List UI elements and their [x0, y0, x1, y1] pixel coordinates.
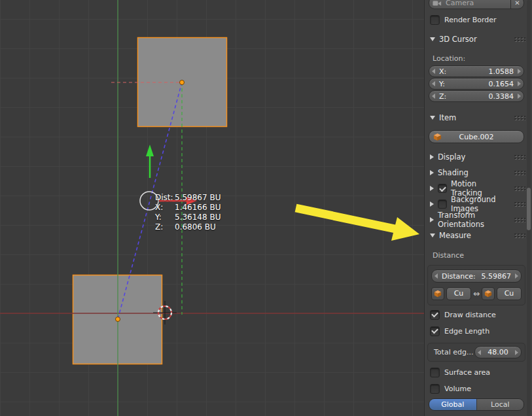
camera-icon	[433, 0, 442, 7]
panel-grip-icon[interactable]	[514, 154, 525, 160]
camera-object-field[interactable]: Camera ✕	[429, 0, 524, 9]
draw-distance-checkbox[interactable]	[430, 310, 440, 320]
panel-header-measure[interactable]: Measure	[430, 230, 525, 241]
field-value: 0.1654	[489, 80, 514, 88]
readout-label: Z:	[155, 222, 175, 232]
blender-window: Dist: 5.59867 BU X: 1.46166 BU Y: 5.3614…	[0, 0, 532, 416]
decrement-arrow-icon[interactable]	[432, 94, 435, 99]
object-name-field[interactable]: Cube.002	[429, 130, 524, 143]
cube-icon[interactable]	[431, 287, 444, 300]
check-icon	[431, 327, 438, 334]
readout-label: Dist:	[155, 193, 175, 203]
panel-header-transform-orientations[interactable]: Transform Orientations	[430, 215, 525, 225]
cube-icon	[433, 133, 442, 141]
global-local-toggle: Global Local	[429, 398, 524, 411]
measure-target-a-field[interactable]: Cu	[446, 287, 471, 300]
clear-camera-button[interactable]: ✕	[510, 0, 523, 9]
surface-area-row[interactable]: Surface area	[430, 368, 525, 377]
readout-x-row: X: 1.46166 BU	[155, 203, 221, 213]
edge-length-checkbox[interactable]	[430, 326, 440, 336]
object-name-value: Cube.002	[459, 133, 494, 141]
panel-header-3d-cursor[interactable]: 3D Cursor	[430, 34, 525, 44]
panel-title-shading: Shading	[438, 168, 469, 177]
readout-z-row: Z: 0.6806 BU	[155, 222, 221, 232]
total-edge-group: Total edg... 48.00	[427, 343, 525, 362]
distance-slider[interactable]: Distance: 5.59867	[431, 269, 522, 283]
panel-grip-icon[interactable]	[514, 170, 525, 175]
increment-arrow-icon[interactable]	[518, 94, 521, 99]
panel-title-display: Display	[438, 152, 465, 162]
cursor-y-field[interactable]: Y: 0.1654	[429, 78, 524, 90]
sidebar-scrollbar-thumb[interactable]	[527, 188, 531, 230]
check-icon	[439, 184, 446, 192]
surface-area-checkbox[interactable]	[430, 368, 440, 377]
decrement-arrow-icon[interactable]	[432, 69, 435, 74]
global-button[interactable]: Global	[429, 399, 476, 410]
panel-grip-icon[interactable]	[514, 201, 525, 207]
draw-distance-label: Draw distance	[444, 311, 496, 319]
total-edge-label: Total edg...	[434, 348, 473, 356]
field-label: Y:	[439, 80, 445, 88]
panel-header-motion-tracking[interactable]: Motion Tracking	[430, 183, 525, 194]
properties-sidebar: Camera ✕ Render Border 3D Cursor Locatio…	[424, 0, 532, 416]
volume-row[interactable]: Volume	[430, 384, 525, 393]
increment-arrow-icon[interactable]	[518, 69, 521, 74]
origin-dot-top-cube[interactable]	[180, 80, 185, 85]
surface-area-label: Surface area	[444, 368, 490, 377]
location-label: Location:	[433, 54, 528, 63]
readout-dist-row: Dist: 5.59867 BU	[155, 193, 221, 203]
panel-grip-icon[interactable]	[514, 217, 525, 222]
distance-group: Distance: 5.59867 Cu ⇔ Cu	[427, 265, 525, 305]
collapse-arrow-icon	[430, 234, 435, 237]
panel-header-display[interactable]: Display	[430, 152, 525, 162]
distance-section-label: Distance	[433, 251, 528, 260]
collapse-arrow-icon	[430, 37, 435, 41]
cube-icon[interactable]	[482, 287, 495, 300]
3d-viewport[interactable]: Dist: 5.59867 BU X: 1.46166 BU Y: 5.3614…	[0, 0, 424, 416]
motion-tracking-checkbox[interactable]	[438, 184, 447, 193]
increment-arrow-icon[interactable]	[518, 81, 521, 86]
field-value: 0.3384	[489, 92, 514, 101]
cursor-x-field[interactable]: X: 1.0588	[429, 65, 524, 77]
decrement-arrow-icon[interactable]	[434, 273, 438, 279]
field-value: 48.00	[488, 348, 508, 356]
readout-value: 0.6806 BU	[175, 222, 216, 232]
readout-value: 5.36148 BU	[175, 213, 221, 222]
panel-grip-icon[interactable]	[514, 115, 525, 120]
decrement-arrow-icon[interactable]	[478, 350, 481, 355]
panel-header-shading[interactable]: Shading	[430, 167, 525, 178]
panel-title-measure: Measure	[439, 231, 471, 240]
manipulator-green-arrowhead[interactable]	[146, 145, 154, 156]
field-label: X:	[439, 67, 446, 76]
panel-grip-icon[interactable]	[514, 37, 525, 42]
background-images-checkbox[interactable]	[438, 199, 447, 209]
local-button[interactable]: Local	[476, 399, 524, 410]
readout-value: 1.46166 BU	[175, 203, 221, 213]
render-border-checkbox[interactable]	[430, 15, 440, 25]
panel-grip-icon[interactable]	[514, 186, 525, 191]
render-border-label: Render Border	[444, 16, 497, 24]
increment-arrow-icon[interactable]	[515, 273, 518, 279]
draw-distance-row[interactable]: Draw distance	[430, 310, 525, 319]
expand-arrow-icon	[430, 186, 434, 191]
panel-header-item[interactable]: Item	[430, 113, 525, 123]
increment-arrow-icon[interactable]	[515, 350, 518, 355]
readout-label: Y:	[155, 213, 175, 222]
expand-arrow-icon	[430, 170, 434, 175]
expand-arrow-icon	[430, 201, 434, 207]
measure-target-b-field[interactable]: Cu	[497, 287, 522, 300]
decrement-arrow-icon[interactable]	[432, 81, 435, 86]
total-edge-slider[interactable]: 48.00	[474, 346, 522, 358]
panel-title-3d-cursor: 3D Cursor	[439, 35, 477, 44]
check-icon	[431, 311, 438, 318]
origin-dot-bottom-cube[interactable]	[116, 317, 120, 322]
panel-header-background-images[interactable]: Background Images	[430, 199, 525, 209]
field-value: 5.59867	[482, 272, 512, 281]
edge-length-row[interactable]: Edge Length	[430, 326, 525, 336]
panel-grip-icon[interactable]	[514, 233, 525, 238]
render-border-checkbox-row[interactable]: Render Border	[430, 15, 525, 24]
swap-targets-icon[interactable]: ⇔	[473, 289, 480, 298]
volume-checkbox[interactable]	[430, 384, 440, 394]
volume-label: Volume	[444, 385, 471, 393]
cursor-z-field[interactable]: Z: 0.3384	[429, 90, 524, 102]
